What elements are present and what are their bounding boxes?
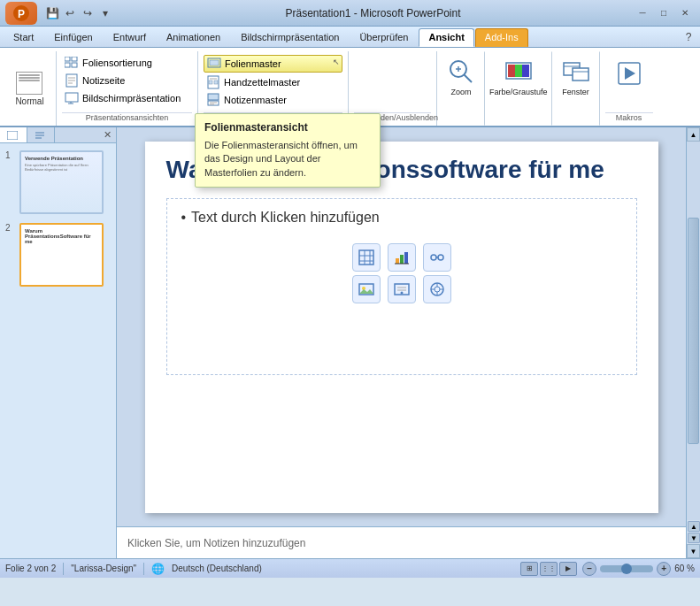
slide-icons-row-1: [352, 243, 451, 272]
macros-btn[interactable]: [605, 53, 653, 92]
normal-mode-btn[interactable]: ⊞: [520, 562, 538, 576]
zoom-icon: [445, 56, 477, 88]
svg-point-51: [438, 255, 443, 260]
normal-view-btn[interactable]: Normal: [12, 68, 47, 110]
tab-addins[interactable]: Add-Ins: [475, 28, 528, 47]
scroll-track[interactable]: [687, 142, 700, 520]
color-grayscale-btn[interactable]: Farbe/Graustufe: [485, 51, 552, 126]
language-info: Deutsch (Deutschland): [172, 564, 262, 573]
folienmaster-icon: [207, 57, 221, 71]
folienmaster-btn[interactable]: Folienmaster ↖: [204, 55, 342, 73]
window-btn[interactable]: Fenster: [552, 51, 600, 126]
window-title: Präsentation1 - Microsoft PowerPoint: [113, 7, 633, 19]
color-label: Farbe/Graustufe: [489, 88, 548, 96]
vertical-scrollbar[interactable]: ▲ ▲ ▼ ▼: [686, 127, 700, 558]
zoom-level: 60 %: [674, 564, 695, 573]
slide-canvas[interactable]: Warum Präsentationssoftware für me • Tex…: [145, 142, 658, 513]
slide-number-1: 1: [5, 150, 16, 160]
image-icon[interactable]: [352, 275, 381, 303]
svg-rect-29: [515, 65, 522, 77]
bildschirm-btn[interactable]: Bildschirmpräsentation: [62, 90, 192, 106]
window-controls: ─ □ ✕: [633, 5, 695, 21]
color-icon: [503, 56, 535, 88]
qa-dropdown[interactable]: ▾: [97, 5, 113, 21]
notes-area[interactable]: Klicken Sie, um Notizen hinzuzufügen: [117, 526, 686, 558]
handzettelmaster-label: Handzettelmaster: [224, 77, 300, 88]
presentation-views-label: Präsentationsansichten: [62, 112, 192, 124]
svg-rect-3: [72, 57, 77, 61]
foliensortierung-icon: [65, 56, 79, 70]
tooltip-text: Die Folienmasteransicht öffnen, um das D…: [204, 139, 371, 180]
slide-1-text: Eine spürbare Präsentation die auf Ihren…: [25, 163, 98, 172]
slide-thumb-2: Warum PräsentationsSoftware für me: [19, 223, 104, 287]
ribbon-tabs: Start Einfügen Entwurf Animationen Bilds…: [0, 27, 700, 48]
tab-start[interactable]: Start: [4, 28, 43, 47]
slide-panel-close[interactable]: ✕: [99, 127, 116, 142]
window-icon: [560, 56, 592, 88]
close-btn[interactable]: ✕: [675, 5, 695, 21]
undo-btn[interactable]: ↩: [62, 5, 78, 21]
slides-tab[interactable]: [0, 127, 27, 142]
outline-tab[interactable]: [27, 127, 55, 142]
macros-label: Makros: [605, 112, 653, 124]
ribbon: Normal Foliensortierung: [0, 48, 700, 127]
media-icon[interactable]: [423, 275, 451, 303]
svg-rect-19: [208, 94, 219, 100]
svg-rect-5: [72, 63, 77, 67]
scroll-up-btn[interactable]: ▲: [687, 127, 700, 142]
zoom-btn[interactable]: Zoom: [437, 51, 485, 126]
svg-rect-30: [522, 65, 529, 77]
content-area: Warum Präsentationssoftware für me • Tex…: [117, 127, 686, 558]
titlebar-left: P 💾 ↩ ↪ ▾: [5, 2, 113, 25]
macros-icon: [613, 58, 645, 89]
slide-1-title: Verwende Präsentation: [25, 156, 98, 161]
tab-animationen[interactable]: Animationen: [157, 28, 230, 47]
zoom-slider[interactable]: [600, 565, 653, 572]
svg-rect-47: [400, 255, 404, 264]
next-slide-btn[interactable]: ▼: [688, 533, 700, 543]
scroll-down-btn[interactable]: ▼: [687, 544, 700, 558]
presentation-views-group: Foliensortierung Notizseite: [57, 51, 198, 126]
slide-item-2[interactable]: 2 Warum PräsentationsSoftware für me: [4, 221, 112, 288]
slide-item-1[interactable]: 1 Verwende Präsentation Eine spürbare Pr…: [4, 149, 112, 216]
normal-view-section: Normal: [4, 51, 57, 126]
svg-rect-10: [65, 93, 78, 102]
slide-content-box[interactable]: • Text durch Klicken hinzufügen: [166, 198, 637, 375]
tab-bildschirm[interactable]: Bildschirmpräsentation: [231, 28, 349, 47]
clip-icon[interactable]: [388, 275, 416, 303]
slide-info: Folie 2 von 2: [5, 564, 56, 573]
chart-icon[interactable]: [388, 243, 416, 272]
zoom-out-btn[interactable]: −: [582, 562, 596, 576]
smart-icon[interactable]: [423, 243, 451, 272]
notizseite-btn[interactable]: Notizseite: [62, 73, 192, 88]
present-mode-btn[interactable]: ▶: [559, 562, 577, 576]
tab-entwurf[interactable]: Entwurf: [104, 28, 156, 47]
maximize-btn[interactable]: □: [654, 5, 673, 21]
slide-bullet-1: • Text durch Klicken hinzufügen: [181, 210, 622, 226]
scroll-thumb[interactable]: [688, 218, 699, 445]
notes-placeholder: Klicken Sie, um Notizen hinzuzufügen: [127, 537, 305, 549]
zoom-in-btn[interactable]: +: [657, 562, 671, 576]
tab-einfuegen[interactable]: Einfügen: [44, 28, 102, 47]
svg-rect-46: [396, 258, 399, 264]
ribbon-help-btn[interactable]: ?: [681, 29, 696, 45]
notizenmaster-icon: [206, 93, 220, 107]
master-views-content: Folienmaster ↖ Handzettelmaster: [204, 53, 342, 112]
prev-slide-btn[interactable]: ▲: [688, 521, 700, 532]
slide-thumb-1: Verwende Präsentation Eine spürbare Präs…: [19, 150, 104, 214]
minimize-btn[interactable]: ─: [633, 5, 652, 21]
tab-ueberpruefen[interactable]: Überprüfen: [350, 28, 418, 47]
redo-btn[interactable]: ↪: [80, 5, 96, 21]
folienmaster-label: Folienmaster: [225, 58, 281, 69]
save-quick-btn[interactable]: 💾: [44, 5, 60, 21]
foliensortierung-btn[interactable]: Foliensortierung: [62, 55, 192, 71]
quick-access-toolbar: 💾 ↩ ↪ ▾: [44, 5, 113, 21]
sorter-mode-btn[interactable]: ⋮⋮: [540, 562, 558, 576]
notizenmaster-btn[interactable]: Notizenmaster: [204, 92, 342, 108]
content-wrapper: Warum Präsentationssoftware für me • Tex…: [117, 127, 700, 558]
svg-rect-17: [209, 81, 212, 84]
handzettelmaster-btn[interactable]: Handzettelmaster: [204, 74, 342, 90]
tab-ansicht[interactable]: Ansicht: [419, 28, 473, 47]
table-icon[interactable]: [352, 243, 381, 272]
office-button[interactable]: P: [5, 2, 37, 25]
